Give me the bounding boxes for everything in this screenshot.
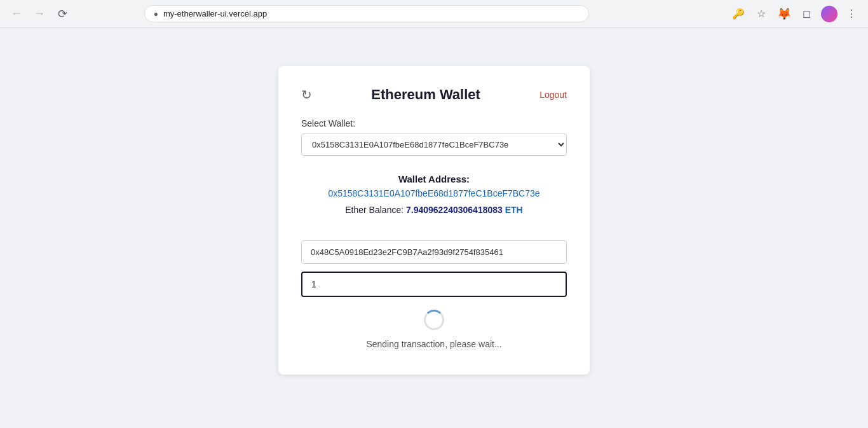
url-text: my-etherwaller-ui.vercel.app bbox=[163, 9, 267, 18]
page-content: ↻ Ethereum Wallet Logout Select Wallet: … bbox=[0, 28, 868, 428]
balance-value: 7.9409622403064180​83 bbox=[406, 205, 503, 215]
eth-unit: ETH bbox=[505, 205, 523, 215]
ether-balance: Ether Balance: 7.9409622403064180​83 ETH bbox=[301, 205, 567, 215]
menu-icon[interactable]: ⋮ bbox=[843, 5, 860, 23]
select-wallet-label: Select Wallet: bbox=[301, 118, 567, 128]
address-bar: ● my-etherwaller-ui.vercel.app bbox=[144, 5, 589, 22]
browser-chrome: ← → ⟳ ● my-etherwaller-ui.vercel.app 🔑 ☆… bbox=[0, 0, 868, 28]
metamask-icon[interactable]: 🦊 bbox=[775, 5, 793, 23]
wallet-card: ↻ Ethereum Wallet Logout Select Wallet: … bbox=[278, 66, 590, 375]
reload-button[interactable]: ⟳ bbox=[53, 5, 71, 23]
card-header: ↻ Ethereum Wallet Logout bbox=[301, 86, 567, 103]
extensions-icon[interactable]: ◻ bbox=[798, 5, 816, 23]
ether-balance-label: Ether Balance: bbox=[345, 205, 403, 215]
status-text: Sending transaction, please wait... bbox=[301, 339, 567, 349]
bookmark-icon[interactable]: ☆ bbox=[752, 5, 770, 23]
loading-spinner bbox=[424, 310, 444, 330]
back-button[interactable]: ← bbox=[8, 5, 25, 23]
spinner-container bbox=[301, 310, 567, 330]
wallet-info: Wallet Address: 0x5158C3131E0A107fbeE68d… bbox=[301, 174, 567, 215]
password-manager-icon[interactable]: 🔑 bbox=[729, 5, 747, 23]
logout-button[interactable]: Logout bbox=[539, 90, 567, 100]
avatar[interactable] bbox=[821, 6, 837, 22]
forward-button[interactable]: → bbox=[31, 5, 48, 23]
recipient-input[interactable] bbox=[301, 240, 567, 264]
wallet-address-label: Wallet Address: bbox=[301, 174, 567, 184]
wallet-address-value: 0x5158C3131E0A107fbeE68d1877feC1BceF7BC7… bbox=[301, 188, 567, 198]
site-icon: ● bbox=[154, 10, 158, 18]
amount-input[interactable] bbox=[301, 272, 567, 297]
wallet-select[interactable]: 0x5158C3131E0A107fbeE68d1877feC1BceF7BC7… bbox=[301, 134, 567, 156]
refresh-icon[interactable]: ↻ bbox=[301, 87, 312, 102]
page-title: Ethereum Wallet bbox=[312, 86, 539, 103]
browser-actions: 🔑 ☆ 🦊 ◻ ⋮ bbox=[729, 5, 860, 23]
